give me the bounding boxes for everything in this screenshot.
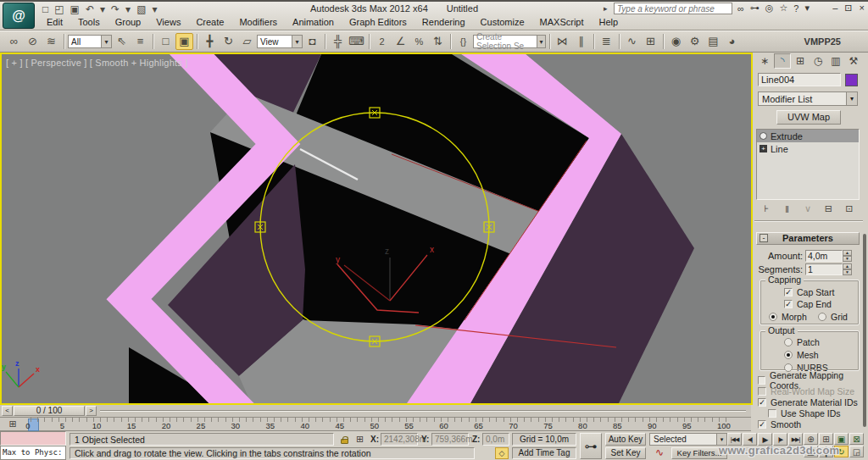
help-dropdown-icon[interactable]: ▾ [804,3,810,14]
time-slider-track[interactable] [100,410,746,412]
application-menu-button[interactable]: @ [3,3,35,29]
z-coordinate-field[interactable]: 0,0m [482,433,509,446]
rendered-frame-window-icon[interactable]: ▤ [704,33,722,50]
grid-radio-row[interactable]: Grid [818,310,848,323]
render-setup-icon[interactable]: ⚙ [686,33,704,50]
close-button[interactable]: × [860,3,865,14]
redo-icon[interactable]: ↷ [111,4,120,14]
menu-item[interactable]: Modifiers [231,16,285,30]
minimize-button[interactable]: – [832,3,837,14]
option-checkbox-row[interactable]: Generate Material IDs [758,396,865,407]
subscription-key-icon[interactable]: ⊶ [750,3,760,14]
cap-start-checkbox-row[interactable]: Cap Start [784,286,859,298]
chevron-down-icon[interactable]: ▾ [292,36,302,47]
spinner-snap-icon[interactable]: ⇅ [429,33,447,50]
pin-stack-icon[interactable]: ⊦ [759,203,774,214]
y-coordinate-field[interactable]: 759,366m [431,433,469,446]
previous-frame-button[interactable]: < [2,406,13,416]
bind-to-space-warp-icon[interactable]: ≋ [42,33,60,50]
menu-item[interactable]: Tools [70,16,108,30]
checkbox[interactable] [758,387,766,396]
menu-item[interactable]: Rendering [415,16,473,30]
redo-dropdown-icon[interactable]: ▾ [125,4,131,14]
keyboard-shortcut-override-icon[interactable]: ⌨ [348,33,365,50]
absolute-offset-toggle[interactable]: ⊞ [353,433,367,446]
zoom-extents-icon[interactable]: ▣ [834,433,849,445]
undo-icon[interactable]: ↶ [86,4,94,14]
chevron-down-icon[interactable]: ▾ [846,92,857,105]
modifier-list-dropdown[interactable]: Modifier List ▾ [758,91,858,106]
tab-modify[interactable]: ◝ [774,53,791,69]
select-and-rotate-icon[interactable]: ↻ [220,33,237,50]
new-file-icon[interactable]: □ [42,4,48,14]
modifier-visibility-icon[interactable] [760,132,767,140]
menu-item[interactable]: Graph Editors [342,16,415,30]
chevron-down-icon[interactable]: ▾ [101,36,111,47]
tab-motion[interactable]: ◷ [810,53,826,69]
time-slider-thumb[interactable]: 0 / 100 [14,406,85,416]
search-icon[interactable]: ∞ [737,3,744,14]
x-coordinate-field[interactable]: 2142,308m [381,433,418,446]
option-checkbox-row[interactable]: Generate Mapping Coords. [758,374,865,385]
menu-item[interactable]: Customize [473,16,532,30]
add-time-tag[interactable]: Add Time Tag [512,447,576,459]
maxscript-mini-listener[interactable] [0,431,66,446]
communication-center-icon[interactable]: ◎ [765,3,774,14]
selection-filter-dropdown[interactable]: All ▾ [68,35,112,48]
checkbox[interactable] [784,300,793,308]
menu-item[interactable]: MAXScript [532,16,592,30]
save-file-icon[interactable]: ▣ [70,4,80,14]
select-object-icon[interactable]: ⇖ [113,33,131,50]
next-frame-button[interactable]: > [86,406,97,416]
checkbox[interactable] [758,376,765,385]
menu-item[interactable]: Edit [39,16,70,30]
zoom-extents-all-icon[interactable]: ⊠ [849,433,864,445]
configure-modifier-sets-icon[interactable]: ⊡ [842,203,857,214]
window-crossing-toggle-icon[interactable]: ▣ [175,33,193,50]
default-in-out-tangents-icon[interactable]: ∿ [651,447,668,459]
parameters-rollout-header[interactable]: - Parameters [756,232,860,245]
set-key-button[interactable]: Set Key [605,447,646,459]
segments-spinner[interactable]: ▲▼ [843,263,852,275]
zoom-all-icon[interactable]: ⊞ [819,433,833,445]
tab-display[interactable]: ▥ [827,53,844,69]
schematic-view-icon[interactable]: ⊞ [642,33,659,50]
amount-field[interactable]: 4,0m [805,250,843,262]
use-pivot-point-center-icon[interactable]: ◘ [303,33,321,50]
stack-item-line[interactable]: + Line [757,142,859,155]
mini-curve-editor-icon[interactable]: ⊞ [3,418,22,430]
option-checkbox-row[interactable]: Real-World Map Size [758,385,865,396]
checkbox[interactable] [784,288,793,297]
infocenter-expand-icon[interactable]: ▸ [604,4,608,13]
unlink-selection-icon[interactable]: ⊘ [24,33,42,50]
checkbox[interactable] [758,398,766,407]
zoom-icon[interactable]: ⊕ [804,433,818,445]
viewport-label[interactable]: [ + ] [ Perspective ] [ Smooth + Highlig… [6,58,187,68]
rectangular-selection-region-icon[interactable]: □ [157,33,175,50]
object-color-swatch[interactable] [845,74,858,86]
tab-create[interactable]: ∗ [756,53,773,69]
selection-lock-toggle[interactable] [337,433,352,446]
option-checkbox-row[interactable]: Use Shape IDs [758,407,865,418]
auto-key-button[interactable]: Auto Key [605,433,646,446]
restore-button[interactable]: ⊡ [844,3,852,14]
material-editor-icon[interactable]: ◉ [667,33,685,50]
cap-end-checkbox-row[interactable]: Cap End [784,298,859,310]
project-dropdown-icon[interactable]: ▾ [152,4,157,14]
named-selection-set-dropdown[interactable]: Create Selection Se ▾ [473,35,546,48]
option-checkbox-row[interactable]: Smooth [758,418,865,430]
output-radio-row[interactable]: Patch [784,335,859,348]
radio-button[interactable] [784,338,793,346]
mirror-icon[interactable]: ⋈ [554,33,571,50]
segments-field[interactable]: 1 [805,263,843,275]
menu-item[interactable]: Views [148,16,188,30]
chevron-down-icon[interactable]: ▾ [537,36,545,47]
make-unique-icon[interactable]: ∨ [800,203,815,214]
amount-spinner[interactable]: ▲▼ [843,250,852,262]
morph-radio-row[interactable]: Morph [769,310,818,323]
output-radio-row[interactable]: Mesh [784,348,859,361]
open-file-icon[interactable]: ◰ [54,4,64,14]
panel-scrollbar[interactable] [863,234,866,427]
angle-snap-icon[interactable]: ∠ [392,33,409,50]
show-end-result-icon[interactable]: ‖ [780,204,795,214]
